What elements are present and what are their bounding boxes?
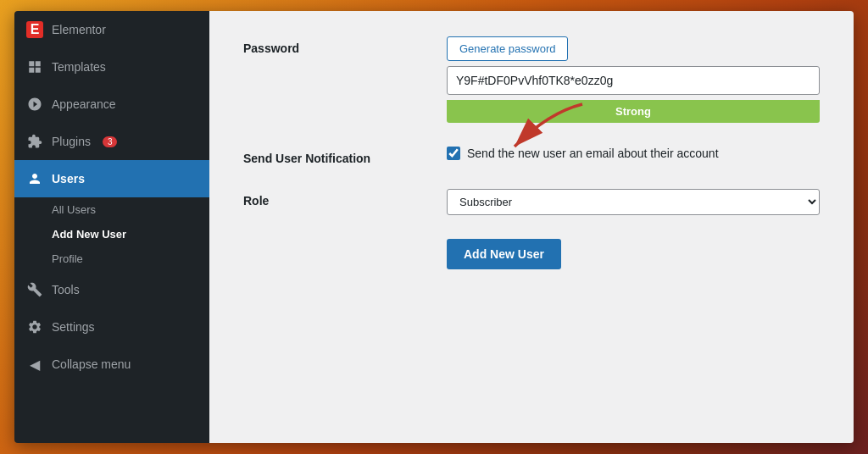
password-strength-bar: Strong: [447, 100, 820, 123]
sidebar-item-label: Tools: [52, 283, 80, 296]
sidebar-subitem-profile[interactable]: Profile: [14, 246, 209, 271]
sidebar-item-settings[interactable]: Settings: [14, 308, 209, 346]
password-label: Password: [243, 36, 430, 55]
sidebar-item-label: Elementor: [52, 23, 106, 36]
notification-checkbox[interactable]: [447, 147, 460, 160]
notification-row: Send User Notification Send the new user…: [243, 147, 820, 165]
sidebar-item-templates[interactable]: Templates: [14, 48, 209, 86]
generate-password-button[interactable]: Generate password: [447, 36, 568, 61]
form-section: Password Generate password Strong Send U…: [243, 36, 820, 269]
submit-spacer: [243, 239, 430, 244]
notification-checkbox-row: Send the new user an email about their a…: [447, 147, 820, 160]
notification-field: Send the new user an email about their a…: [447, 147, 820, 160]
sidebar-item-appearance[interactable]: Appearance: [14, 86, 209, 123]
sidebar-item-plugins[interactable]: Plugins 3: [14, 123, 209, 160]
users-submenu: All Users Add New User Profile: [14, 197, 209, 271]
notification-label: Send User Notification: [243, 147, 430, 165]
sidebar-subitem-all-users[interactable]: All Users: [14, 197, 209, 222]
sidebar-item-collapse[interactable]: ◀ Collapse menu: [14, 346, 209, 383]
sidebar-item-label: Appearance: [52, 97, 116, 111]
password-field: Generate password Strong: [447, 36, 820, 123]
sidebar-item-tools[interactable]: Tools: [14, 271, 209, 308]
appearance-icon: [26, 96, 43, 113]
add-new-user-button[interactable]: Add New User: [447, 239, 561, 269]
plugins-icon: [26, 133, 43, 150]
sidebar-item-label: Plugins: [52, 135, 91, 148]
sidebar-item-users[interactable]: Users: [14, 160, 209, 197]
notification-text: Send the new user an email about their a…: [467, 147, 719, 160]
sidebar-item-label: Templates: [52, 60, 106, 74]
password-input[interactable]: [447, 66, 820, 95]
sidebar-item-label: Collapse menu: [52, 357, 131, 371]
collapse-icon: ◀: [26, 356, 43, 373]
settings-icon: [26, 318, 43, 335]
sidebar-subitem-add-new-user[interactable]: Add New User: [14, 222, 209, 246]
password-row: Password Generate password Strong: [243, 36, 820, 123]
users-icon: [26, 170, 43, 187]
role-select[interactable]: Subscriber Contributor Author Editor Adm…: [447, 189, 820, 215]
tools-icon: [26, 281, 43, 298]
templates-icon: [26, 58, 43, 75]
sidebar-item-label: Users: [52, 172, 85, 185]
elementor-icon: E: [26, 21, 43, 38]
role-field: Subscriber Contributor Author Editor Adm…: [447, 189, 820, 215]
role-label: Role: [243, 189, 430, 208]
main-content: Password Generate password Strong Send U…: [209, 11, 854, 443]
sidebar-item-elementor[interactable]: E Elementor: [14, 11, 209, 48]
submit-field: Add New User: [447, 239, 820, 269]
sidebar-item-label: Settings: [52, 320, 95, 334]
submit-row: Add New User: [243, 239, 820, 269]
role-row: Role Subscriber Contributor Author Edito…: [243, 189, 820, 215]
plugins-badge: 3: [103, 136, 118, 147]
sidebar: E Elementor Templates Appearance Plugins…: [14, 11, 209, 443]
